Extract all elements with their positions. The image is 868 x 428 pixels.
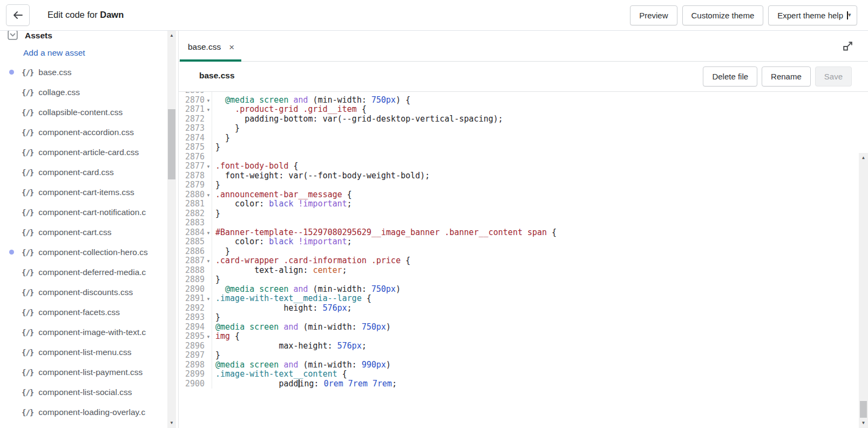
file-item[interactable]: {/}component-card.css [0, 162, 167, 182]
sidebar-scrollbar-thumb[interactable] [168, 109, 175, 179]
code-file-icon: {/} [22, 228, 33, 237]
fold-arrow-icon[interactable]: ▾ [205, 228, 212, 238]
tab-close-icon[interactable]: × [229, 43, 234, 52]
file-item[interactable]: {/}collapsible-content.css [0, 102, 167, 122]
code-scrollbar-thumb[interactable] [860, 401, 867, 418]
gutter-cell: 2879 [179, 180, 212, 190]
code-line: 2900 padding: 0rem 7rem 7rem; [179, 379, 858, 389]
scroll-up-icon[interactable]: ▲ [859, 154, 868, 162]
fold-arrow-icon[interactable]: ▾ [205, 332, 212, 342]
scroll-down-icon[interactable]: ▼ [859, 419, 868, 427]
theme-name: Dawn [100, 10, 124, 19]
fold-arrow-icon[interactable]: ▾ [205, 105, 212, 115]
file-item[interactable]: {/}component-list-payment.css [0, 362, 167, 382]
assets-section-header[interactable]: Assets [0, 31, 167, 44]
file-item[interactable]: {/}component-list-menu.css [0, 342, 167, 362]
file-item[interactable]: {/}component-discounts.css [0, 282, 167, 302]
code-token [254, 95, 259, 105]
save-button[interactable]: Save [815, 66, 852, 86]
fold-arrow-icon[interactable]: ▾ [205, 162, 212, 171]
code-token: ; [362, 341, 367, 351]
file-item[interactable]: {/}component-image-with-text.c [0, 322, 167, 342]
code-token: ing: [300, 379, 324, 389]
gutter-cell: 2874 [179, 133, 212, 143]
file-item[interactable]: {/}component-deferred-media.c [0, 262, 167, 282]
code-file-icon: {/} [22, 208, 33, 217]
topbar-actions: Preview Customize theme Expert theme hel… [630, 5, 857, 25]
code-file-icon: {/} [22, 388, 33, 397]
line-number: 2876 [179, 152, 205, 162]
file-name-label: component-image-with-text.c [38, 327, 146, 337]
code-text: .font-body-bold { [212, 162, 299, 171]
code-file-icon: {/} [22, 148, 33, 157]
gutter-cell: 2880▾ [179, 190, 212, 200]
fold-arrow-icon[interactable]: ▾ [205, 190, 212, 200]
code-line: 2878 font-weight: var(--font-body-weight… [179, 171, 858, 181]
gutter-cell: 2900 [179, 379, 212, 389]
code-line: 2881 color: black !important; [179, 199, 858, 209]
file-item[interactable]: {/}component-accordion.css [0, 122, 167, 142]
gutter-cell: 2884▾ [179, 228, 212, 238]
code-text: .card-wrapper .card-information .price { [212, 256, 410, 266]
fullscreen-button[interactable] [841, 41, 854, 54]
tab-base-css[interactable]: base.css × [188, 42, 234, 52]
line-number: 2884 [179, 228, 205, 238]
gutter-spacer [205, 209, 212, 219]
code-text: .announcement-bar__message { [212, 190, 352, 200]
scroll-up-icon[interactable]: ▲ [167, 32, 176, 39]
file-item[interactable]: {/}component-cart.css [0, 222, 167, 242]
line-number: 2879 [179, 180, 205, 190]
file-item[interactable]: {/}component-loading-overlay.c [0, 402, 167, 422]
gutter-cell: 2873 [179, 124, 212, 133]
scroll-down-icon[interactable]: ▼ [167, 419, 176, 427]
code-token [245, 322, 249, 332]
gutter-cell: 2871▾ [179, 105, 212, 115]
code-line: 2870▾ @media screen and (min-width: 750p… [179, 96, 858, 105]
customize-theme-button[interactable]: Customize theme [682, 5, 764, 25]
preview-button[interactable]: Preview [630, 5, 677, 25]
line-number: 2896 [179, 342, 205, 351]
file-item[interactable]: {/}collage.css [0, 82, 167, 102]
gutter-cell: 2872 [179, 115, 212, 124]
sidebar-scrollbar[interactable]: ▲ ▼ [167, 31, 176, 428]
code-text [212, 218, 215, 228]
code-token: ; [347, 237, 352, 246]
code-token: screen [259, 284, 288, 294]
code-line: 2890 @media screen and (min-width: 750px… [179, 285, 858, 295]
rename-button[interactable]: Rename [762, 66, 811, 86]
file-item[interactable]: {/}component-facets.css [0, 302, 167, 322]
gutter-cell: 2883 [179, 218, 212, 228]
code-line: 2891▾.image-with-text__media--large { [179, 294, 858, 304]
file-item[interactable]: {/}component-cart-notification.c [0, 202, 167, 222]
gutter-cell: 2885 [179, 237, 212, 247]
add-new-asset-link[interactable]: Add a new asset [0, 44, 167, 62]
fold-arrow-icon[interactable]: ▾ [205, 96, 212, 105]
file-item[interactable]: {/}component-article-card.css [0, 142, 167, 162]
code-text: .image-with-text__content { [212, 370, 347, 379]
code-file-icon: {/} [22, 128, 33, 137]
file-item[interactable]: {/}base.css [0, 62, 167, 82]
line-number: 2893 [179, 313, 205, 323]
code-scrollbar[interactable]: ▲ ▼ [859, 153, 868, 428]
file-name-label: component-cart.css [38, 228, 111, 237]
expert-theme-help-button[interactable]: Expert theme help▾ [768, 5, 857, 25]
code-token: .image-with-text__content [215, 369, 337, 379]
code-line: 2882} [179, 209, 858, 219]
editor-panel: base.css × base.css Delete file Rename S… [178, 31, 868, 428]
code-token: ; [347, 199, 352, 209]
file-item[interactable]: {/}component-collection-hero.cs [0, 242, 167, 262]
file-item[interactable]: {/}component-cart-items.css [0, 182, 167, 202]
code-editor[interactable]: 28692870▾ @media screen and (min-width: … [179, 92, 868, 428]
code-token: 750px [371, 284, 396, 294]
code-token: } [215, 312, 220, 322]
fold-arrow-icon[interactable]: ▾ [205, 294, 212, 304]
file-item[interactable]: {/}component-list-social.css [0, 382, 167, 402]
modified-dot [9, 250, 14, 255]
fold-arrow-icon[interactable]: ▾ [205, 256, 212, 266]
gutter-cell: 2888 [179, 266, 212, 276]
expand-icon [842, 45, 853, 54]
code-token: max-height: [215, 341, 337, 351]
code-text: font-weight: var(--font-body-weight-bold… [212, 171, 430, 181]
delete-file-button[interactable]: Delete file [703, 66, 757, 86]
back-button[interactable] [6, 4, 30, 26]
